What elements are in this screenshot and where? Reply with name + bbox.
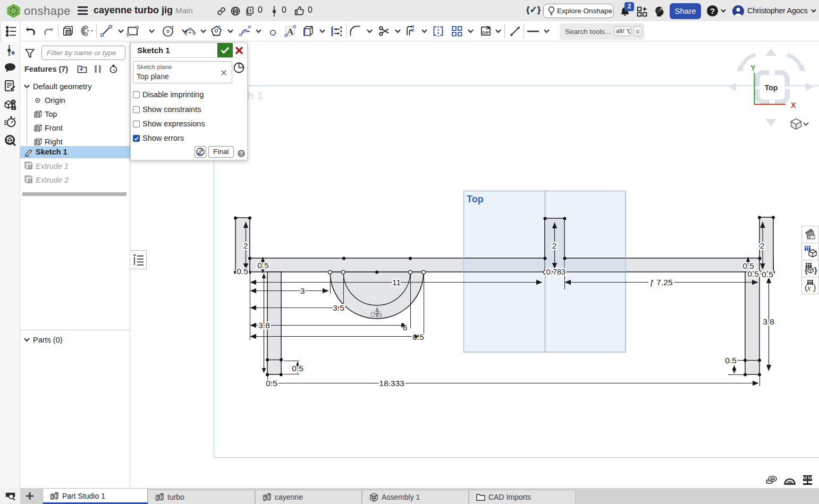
svg-text:}: }: [814, 266, 817, 275]
svg-text:x: x: [807, 284, 811, 292]
svg-text:18.333: 18.333: [379, 379, 404, 388]
svg-text:Y: Y: [750, 64, 756, 72]
svg-text:A: A: [287, 27, 294, 37]
svg-text:Top: Top: [765, 83, 778, 92]
svg-text:0.5: 0.5: [747, 269, 759, 278]
svg-text:2: 2: [760, 241, 765, 250]
svg-text:0.5: 0.5: [412, 332, 424, 341]
svg-text:2: 2: [243, 241, 248, 250]
svg-text:0.5: 0.5: [725, 356, 737, 365]
svg-text:ƒ 7.25: ƒ 7.25: [649, 278, 672, 287]
svg-text:DXF: DXF: [482, 31, 489, 35]
svg-text:0.5: 0.5: [237, 267, 248, 276]
svg-text:0.5: 0.5: [762, 270, 773, 279]
svg-text:0.5: 0.5: [292, 364, 303, 373]
svg-text:11: 11: [392, 278, 401, 287]
svg-text:Top: Top: [467, 194, 484, 204]
svg-text:): ): [813, 283, 816, 292]
svg-text:3.5: 3.5: [333, 303, 344, 312]
svg-text:0.5: 0.5: [266, 379, 277, 388]
svg-text:3.8: 3.8: [258, 321, 270, 330]
svg-text:2: 2: [552, 241, 557, 250]
svg-text:0.5: 0.5: [257, 261, 269, 270]
svg-text:0.5: 0.5: [370, 310, 382, 319]
svg-text:3: 3: [300, 286, 305, 295]
svg-text:3.8: 3.8: [763, 317, 774, 326]
svg-text:{: {: [805, 266, 808, 275]
svg-text:0.783: 0.783: [546, 268, 565, 276]
svg-text:X: X: [791, 101, 796, 109]
